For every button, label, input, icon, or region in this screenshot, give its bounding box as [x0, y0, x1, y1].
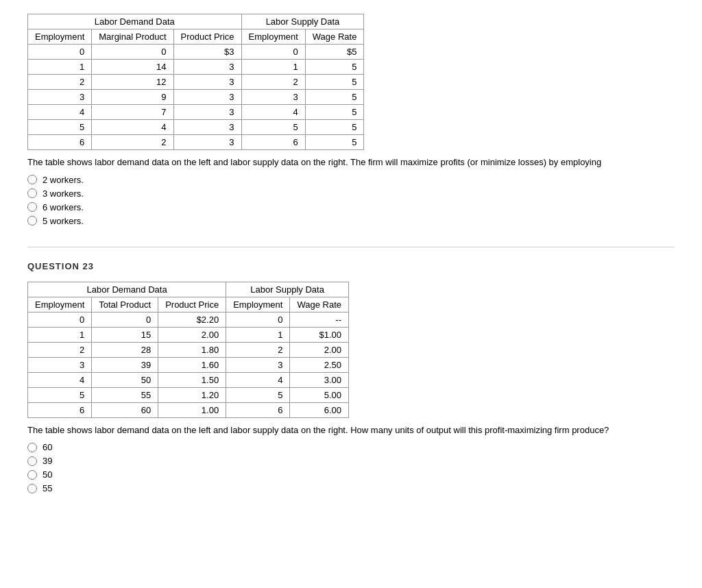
option-label: 3 workers. [43, 188, 84, 199]
radio-option[interactable]: 5 workers. [27, 216, 675, 226]
col-wage-q22: Wage Rate [305, 29, 364, 45]
table-row: 5551.2055.00 [28, 387, 349, 402]
table-row: 00$30$5 [28, 45, 364, 60]
question-23-text: The table shows labor demand data on the… [27, 424, 644, 437]
question-22-block: Labor Demand Data Labor Supply Data Empl… [27, 14, 675, 226]
option-label: 6 workers. [43, 202, 84, 212]
table-row: 212325 [28, 75, 364, 90]
table-row: 6601.0066.00 [28, 402, 349, 417]
divider [27, 247, 675, 247]
table-row: 39335 [28, 90, 364, 105]
radio-option[interactable]: 55 [27, 483, 675, 493]
radio-option[interactable]: 3 workers. [27, 188, 675, 199]
radio-option[interactable]: 50 [27, 469, 675, 480]
question-23-label: QUESTION 23 [27, 261, 675, 271]
col-price-q22: Product Price [173, 29, 241, 45]
radio-option[interactable]: 6 workers. [27, 202, 675, 212]
table-row: 114315 [28, 60, 364, 75]
table-row: 54355 [28, 120, 364, 135]
question-22-text: The table shows labor demand data on the… [27, 156, 644, 169]
question-22-options: 2 workers.3 workers.6 workers.5 workers. [27, 175, 675, 226]
col-employment-d-q23: Employment [28, 297, 92, 312]
col-price-q23: Product Price [158, 297, 226, 312]
col-employment-s-q23: Employment [226, 297, 290, 312]
table-row: 47345 [28, 105, 364, 120]
table-row: 00$2.200-- [28, 312, 349, 327]
table-row: 3391.6032.50 [28, 357, 349, 372]
option-label: 55 [43, 483, 52, 493]
option-label: 2 workers. [43, 175, 84, 185]
option-label: 39 [43, 456, 52, 466]
option-label: 50 [43, 469, 52, 480]
question-23-block: QUESTION 23 Labor Demand Data Labor Supp… [27, 261, 675, 494]
radio-option[interactable]: 60 [27, 442, 675, 452]
table-row: 4501.5043.00 [28, 372, 349, 387]
table-row: 1152.001$1.00 [28, 327, 349, 342]
demand-header-q23: Labor Demand Data [28, 282, 226, 297]
table-row: 62365 [28, 135, 364, 150]
col-employment-s-q22: Employment [241, 29, 305, 45]
table-row: 2281.8022.00 [28, 342, 349, 357]
demand-header-q22: Labor Demand Data [28, 14, 242, 29]
question-23-options: 60395055 [27, 442, 675, 493]
col-wage-q23: Wage Rate [290, 297, 349, 312]
col-total-q23: Total Product [92, 297, 158, 312]
radio-option[interactable]: 2 workers. [27, 175, 675, 185]
supply-header-q22: Labor Supply Data [241, 14, 364, 29]
question-23-table: Labor Demand Data Labor Supply Data Empl… [27, 282, 349, 418]
col-employment-d-q22: Employment [28, 29, 92, 45]
supply-header-q23: Labor Supply Data [226, 282, 349, 297]
col-marginal-q22: Marginal Product [92, 29, 173, 45]
option-label: 60 [43, 442, 52, 452]
question-22-table: Labor Demand Data Labor Supply Data Empl… [27, 14, 364, 150]
option-label: 5 workers. [43, 216, 84, 226]
radio-option[interactable]: 39 [27, 456, 675, 466]
